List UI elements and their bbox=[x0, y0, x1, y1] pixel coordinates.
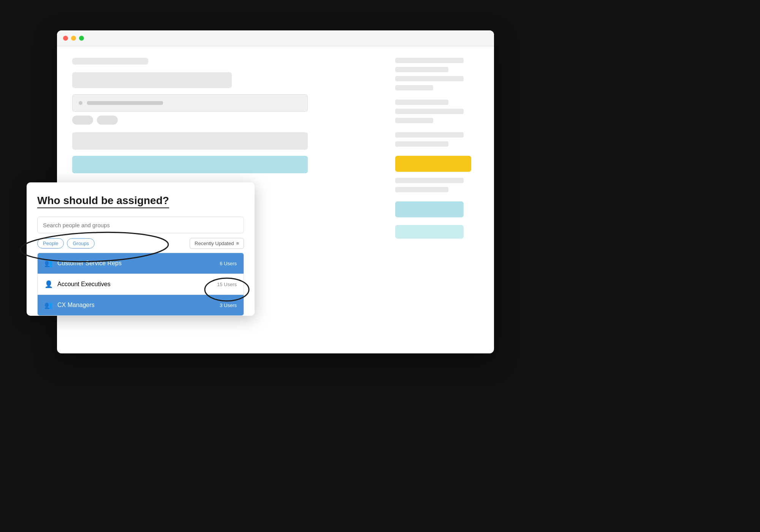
search-input[interactable] bbox=[37, 217, 244, 233]
maximize-button[interactable] bbox=[79, 36, 84, 41]
sort-label: Recently Updated bbox=[195, 241, 234, 246]
sk-r1 bbox=[395, 58, 464, 63]
skeleton-teal-bar-2 bbox=[395, 225, 464, 239]
group-list: 👥 Customer Service Reps 6 Users 👤 Accoun… bbox=[37, 253, 244, 316]
skeleton-input bbox=[72, 94, 308, 112]
sk-r8 bbox=[395, 132, 464, 138]
assignment-modal: Who should be assigned? People Groups Re… bbox=[27, 182, 255, 316]
group-name-account-executives: Account Executives bbox=[57, 281, 217, 288]
close-button[interactable] bbox=[63, 36, 68, 41]
sort-button[interactable]: Recently Updated ≡ bbox=[190, 238, 244, 249]
right-sidebar bbox=[395, 58, 479, 239]
sk-r9 bbox=[395, 141, 448, 147]
group-user-count-customer-service: 6 Users bbox=[220, 261, 237, 266]
sort-icon: ≡ bbox=[236, 241, 239, 246]
skeleton-accent-bar bbox=[72, 156, 308, 173]
sk-r6 bbox=[395, 109, 464, 114]
skeleton-tag-1 bbox=[72, 116, 93, 125]
modal-title: Who should be assigned? bbox=[37, 195, 169, 207]
group-item-customer-service-reps[interactable]: 👥 Customer Service Reps 6 Users bbox=[38, 253, 244, 274]
group-name-cx-managers: CX Managers bbox=[57, 302, 220, 309]
minimize-button[interactable] bbox=[71, 36, 76, 41]
sk-r4 bbox=[395, 85, 433, 90]
group-icon-account-executives: 👤 bbox=[44, 280, 53, 288]
group-item-account-executives[interactable]: 👤 Account Executives 15 Users bbox=[38, 274, 244, 295]
group-user-count-cx-managers: 3 Users bbox=[220, 302, 237, 308]
sk-r5 bbox=[395, 100, 448, 105]
skeleton-tags bbox=[72, 116, 384, 125]
group-name-customer-service: Customer Service Reps bbox=[57, 260, 220, 267]
skeleton-bar-1 bbox=[72, 72, 232, 88]
sk-r11 bbox=[395, 187, 448, 192]
skeleton-yellow-button bbox=[395, 156, 471, 172]
skeleton-tag-2 bbox=[97, 116, 118, 125]
skeleton-teal-bar-1 bbox=[395, 201, 464, 217]
sk-r2 bbox=[395, 67, 448, 72]
window-titlebar bbox=[57, 30, 494, 46]
skeleton-title bbox=[72, 58, 148, 65]
group-icon-cx-managers: 👥 bbox=[44, 301, 53, 309]
group-icon-customer-service: 👥 bbox=[44, 259, 53, 268]
filter-tabs: People Groups bbox=[37, 238, 95, 249]
tab-groups[interactable]: Groups bbox=[67, 238, 95, 249]
sk-r7 bbox=[395, 118, 433, 123]
modal-filters: People Groups Recently Updated ≡ bbox=[37, 238, 244, 249]
group-user-count-account-executives: 15 Users bbox=[217, 282, 237, 287]
sk-r10 bbox=[395, 178, 464, 183]
group-item-cx-managers[interactable]: 👥 CX Managers 3 Users bbox=[38, 295, 244, 315]
skeleton-bar-2 bbox=[72, 132, 308, 150]
tab-people[interactable]: People bbox=[37, 238, 64, 249]
sk-r3 bbox=[395, 76, 464, 81]
